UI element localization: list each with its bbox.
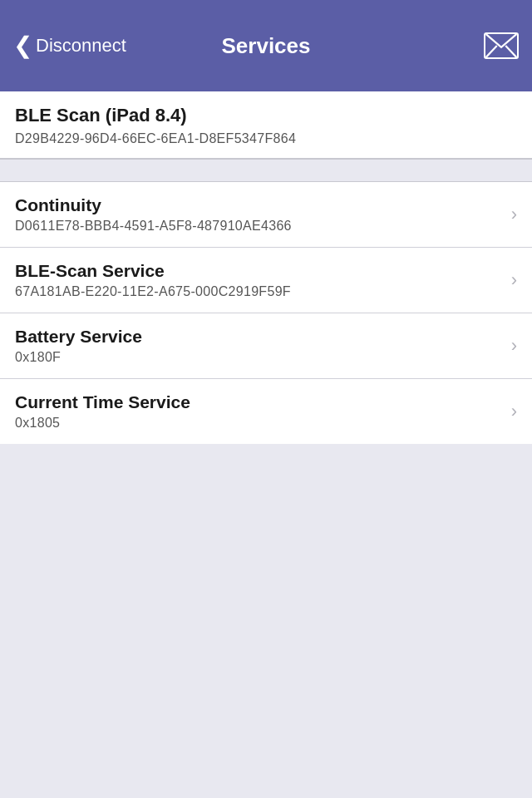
device-name: BLE Scan (iPad 8.4)	[15, 105, 517, 126]
chevron-right-icon: ›	[511, 401, 517, 422]
service-info: Current Time Service0x1805	[15, 392, 503, 431]
device-info-section: BLE Scan (iPad 8.4) D29B4229-96D4-66EC-6…	[0, 91, 532, 159]
page-title: Services	[222, 33, 311, 59]
svg-line-1	[505, 46, 516, 57]
service-uuid: 0x1805	[15, 416, 503, 431]
list-item[interactable]: ContinuityD0611E78-BBB4-4591-A5F8-487910…	[0, 182, 532, 248]
service-uuid: D0611E78-BBB4-4591-A5F8-487910AE4366	[15, 219, 503, 234]
services-list: ContinuityD0611E78-BBB4-4591-A5F8-487910…	[0, 182, 532, 444]
chevron-right-icon: ›	[511, 204, 517, 225]
service-name: Continuity	[15, 195, 503, 215]
chevron-right-icon: ›	[511, 335, 517, 357]
navigation-bar: ❮ Disconnect Services	[0, 0, 532, 91]
service-info: Battery Service0x180F	[15, 327, 503, 365]
back-button[interactable]: ❮ Disconnect	[13, 34, 130, 57]
service-name: BLE-Scan Service	[15, 261, 503, 281]
back-chevron-icon: ❮	[13, 34, 32, 57]
chevron-right-icon: ›	[511, 269, 517, 291]
service-name: Current Time Service	[15, 392, 503, 412]
mail-button[interactable]	[469, 32, 519, 59]
mail-icon	[484, 32, 519, 59]
list-item[interactable]: Current Time Service0x1805›	[0, 379, 532, 444]
service-uuid: 0x180F	[15, 350, 503, 365]
svg-line-0	[486, 46, 497, 57]
list-item[interactable]: BLE-Scan Service67A181AB-E220-11E2-A675-…	[0, 248, 532, 313]
service-info: ContinuityD0611E78-BBB4-4591-A5F8-487910…	[15, 195, 503, 234]
empty-background	[0, 444, 532, 798]
service-uuid: 67A181AB-E220-11E2-A675-000C2919F59F	[15, 284, 503, 299]
service-info: BLE-Scan Service67A181AB-E220-11E2-A675-…	[15, 261, 503, 299]
service-name: Battery Service	[15, 327, 503, 347]
section-separator	[0, 159, 532, 182]
back-button-label: Disconnect	[36, 35, 126, 57]
list-item[interactable]: Battery Service0x180F›	[0, 313, 532, 379]
device-uuid: D29B4229-96D4-66EC-6EA1-D8EF5347F864	[15, 131, 517, 146]
